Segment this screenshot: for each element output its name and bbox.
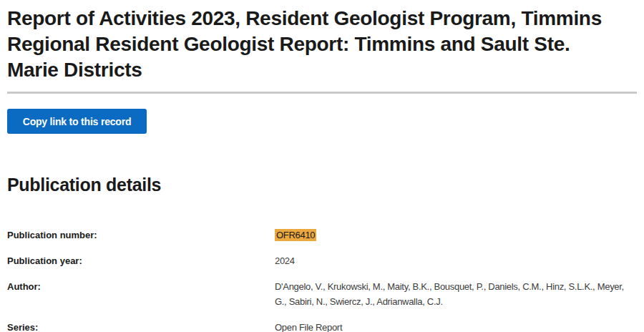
author-label: Author: bbox=[7, 279, 275, 294]
page-title: Report of Activities 2023, Resident Geol… bbox=[7, 6, 617, 83]
author-value: D'Angelo, V., Krukowski, M., Maity, B.K.… bbox=[275, 279, 637, 309]
publication-number-highlight: OFR6410 bbox=[275, 229, 316, 241]
publication-year-label: Publication year: bbox=[7, 253, 275, 268]
series-label: Series: bbox=[7, 320, 275, 332]
series-value: Open File Report bbox=[275, 320, 342, 332]
publication-year-value: 2024 bbox=[275, 253, 295, 268]
copy-link-button[interactable]: Copy link to this record bbox=[7, 109, 147, 134]
publication-number-value: OFR6410 bbox=[275, 228, 316, 243]
detail-row-publication-number: Publication number: OFR6410 bbox=[7, 228, 637, 243]
publication-details-list: Publication number: OFR6410 Publication … bbox=[7, 228, 637, 332]
detail-row-series: Series: Open File Report bbox=[7, 320, 637, 332]
publication-record-page: Report of Activities 2023, Resident Geol… bbox=[0, 6, 644, 332]
detail-row-author: Author: D'Angelo, V., Krukowski, M., Mai… bbox=[7, 279, 637, 309]
publication-details-heading: Publication details bbox=[7, 174, 637, 195]
detail-row-publication-year: Publication year: 2024 bbox=[7, 253, 637, 268]
publication-number-label: Publication number: bbox=[7, 228, 275, 243]
title-divider bbox=[7, 92, 637, 94]
